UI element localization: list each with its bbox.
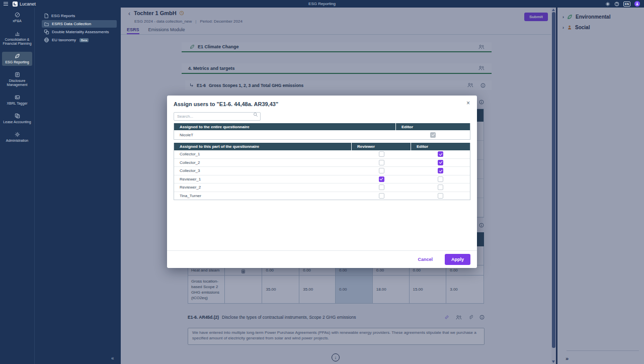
app-window: Lucanet ESG Reporting EN xP&A Consolidat… (0, 0, 644, 364)
page-title: ESG Reporting (0, 2, 644, 6)
editor-checkbox[interactable] (438, 176, 443, 182)
column-header-reviewer: Reviewer (352, 143, 411, 150)
esg-leaf-icon (15, 53, 20, 59)
sidebar-item-xbrl-tagger[interactable]: XBRL Tagger (2, 93, 32, 107)
user-name: Reviewer_2 (174, 184, 352, 192)
editor-checkbox[interactable] (438, 151, 443, 157)
column-header-editor: Editor (411, 143, 470, 150)
table-row: Collector_1 (174, 150, 470, 159)
dialog-footer: Cancel Apply (167, 250, 477, 268)
consolidation-icon (15, 31, 20, 36)
reviewer-checkbox[interactable] (379, 160, 384, 165)
nav-item-esg-reports[interactable]: ESG Reports (42, 12, 117, 20)
reviewer-checkbox[interactable] (379, 176, 384, 182)
editor-checkbox[interactable] (438, 185, 443, 190)
avatar[interactable] (634, 1, 640, 7)
table-row: NicoleT (174, 130, 470, 139)
gear-icon (15, 132, 20, 137)
sidebar-item-administration[interactable]: Administration (2, 130, 32, 144)
sidebar-item-xp-a[interactable]: xP&A (2, 11, 32, 25)
folder-icon (44, 22, 49, 27)
globe-icon (44, 37, 49, 43)
xbrl-icon (15, 95, 20, 100)
dialog-title: Assign users to "E1-6. 44,48a. AR39,43" (174, 101, 278, 107)
column-header: Assigned to the entire questionnaire (174, 123, 396, 130)
entire-questionnaire-table: Assigned to the entire questionnaire Edi… (174, 123, 470, 140)
table-row: Tina_Turner (174, 192, 470, 200)
editor-checkbox[interactable] (438, 193, 443, 199)
table-row: Collector_2 (174, 159, 470, 167)
sidebar-item-lease-accounting[interactable]: Lease Accounting (2, 112, 32, 126)
part-questionnaire-table: Assigned to this part of the questionnai… (174, 143, 470, 200)
help-icon[interactable] (614, 2, 619, 7)
nav-item-esrs-data-collection[interactable]: ESRS Data Collection (42, 20, 117, 28)
user-name: Reviewer_1 (174, 175, 352, 184)
top-bar: Lucanet ESG Reporting EN (0, 0, 644, 8)
reviewer-checkbox[interactable] (379, 185, 384, 190)
nav-item-double-materiality-assessments[interactable]: Double Materiality Assessments (42, 28, 117, 36)
report-icon (44, 13, 49, 19)
search-icon (253, 112, 258, 117)
editor-checkbox[interactable] (430, 132, 436, 138)
xpa-icon (15, 12, 20, 18)
reviewer-checkbox[interactable] (379, 193, 384, 199)
user-name: Collector_3 (174, 167, 352, 175)
table-row: Reviewer_2 (174, 184, 470, 192)
user-name: NicoleT (174, 130, 396, 139)
reviewer-checkbox[interactable] (379, 168, 384, 173)
reviewer-checkbox[interactable] (379, 151, 384, 157)
assign-users-dialog: Assign users to "E1-6. 44,48a. AR39,43" … (167, 96, 477, 268)
column-header: Assigned to this part of the questionnai… (174, 143, 352, 150)
editor-checkbox[interactable] (438, 168, 443, 173)
collapse-sidebar-icon[interactable]: « (111, 355, 114, 361)
secondary-sidebar: ESG Reports ESRS Data Collection Double … (34, 8, 121, 364)
cancel-button[interactable]: Cancel (415, 256, 436, 262)
lease-icon (15, 113, 20, 119)
table-row: Reviewer_1 (174, 175, 470, 184)
user-name: Collector_1 (174, 150, 352, 158)
disclosure-icon (15, 72, 20, 77)
editor-checkbox[interactable] (438, 160, 443, 165)
sidebar-item-consolidation-financial-planning[interactable]: Consolidation & Financial Planning (2, 29, 32, 47)
sparkle-icon[interactable] (605, 2, 610, 7)
search-input[interactable] (174, 112, 261, 121)
user-name: Collector_2 (174, 159, 352, 167)
beta-badge: Beta (79, 38, 89, 42)
close-icon[interactable]: × (466, 100, 470, 107)
user-name: Tina_Turner (174, 192, 352, 200)
sidebar-item-esg-reporting[interactable]: ESG Reporting (2, 52, 32, 66)
nav-item-eu-taxonomy[interactable]: EU taxonomy Beta (42, 36, 117, 44)
language-selector[interactable]: EN (623, 2, 630, 7)
apply-button[interactable]: Apply (445, 254, 470, 265)
column-header-editor: Editor (396, 123, 470, 130)
table-row: Collector_3 (174, 167, 470, 175)
materiality-icon (44, 29, 49, 35)
sidebar-item-disclosure-management[interactable]: Disclosure Management (2, 70, 32, 88)
primary-sidebar: xP&A Consolidation & Financial Planning … (0, 8, 34, 364)
